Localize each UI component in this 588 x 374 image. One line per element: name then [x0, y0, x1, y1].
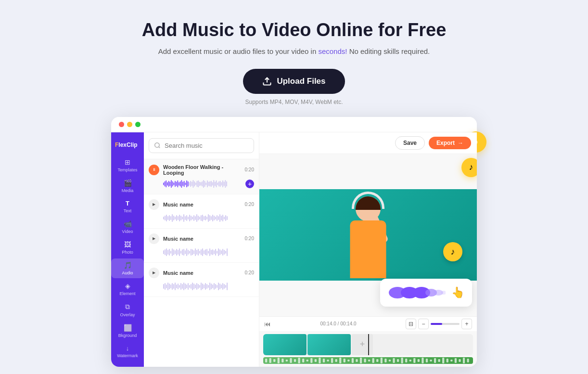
svg-rect-51	[225, 180, 226, 188]
zoom-in-button[interactable]: −	[418, 319, 429, 329]
svg-rect-12	[175, 181, 176, 186]
svg-rect-162	[191, 284, 192, 289]
search-input-wrap[interactable]	[149, 138, 254, 153]
music-item-0[interactable]: ⏸ Wooden Floor Walking - Looping 0:20	[144, 159, 259, 194]
svg-rect-23	[189, 182, 190, 185]
dot-yellow	[127, 122, 132, 127]
svg-rect-123	[199, 251, 200, 254]
sidebar-item-audio[interactable]: 🎵 Audio	[111, 258, 144, 278]
search-bar	[144, 132, 259, 159]
svg-point-1	[155, 143, 159, 147]
zoom-out-button[interactable]: ⊟	[406, 319, 416, 329]
svg-rect-77	[198, 216, 199, 220]
svg-rect-127	[205, 249, 206, 255]
svg-rect-222	[381, 358, 383, 363]
svg-rect-180	[217, 285, 217, 288]
sidebar-item-watermark[interactable]: ↓ Watermark	[111, 342, 144, 361]
svg-rect-209	[327, 360, 329, 361]
sidebar-item-label: Text	[124, 208, 132, 213]
svg-rect-230	[413, 358, 415, 363]
svg-rect-194	[265, 359, 267, 362]
svg-rect-50	[224, 181, 225, 186]
add-track-button[interactable]: +	[352, 334, 373, 355]
svg-rect-63	[178, 216, 179, 220]
svg-rect-14	[177, 180, 178, 187]
waveform-svg-2	[163, 248, 245, 257]
svg-rect-69	[186, 215, 187, 221]
svg-rect-49	[222, 180, 223, 187]
add-music-button-0[interactable]: +	[245, 180, 254, 188]
svg-rect-176	[211, 284, 212, 289]
waveform-3	[149, 281, 254, 292]
play-button-1[interactable]: ▶	[149, 199, 159, 210]
svg-rect-122	[198, 249, 199, 256]
svg-rect-167	[198, 284, 199, 289]
svg-rect-183	[221, 284, 222, 288]
svg-rect-88	[214, 216, 215, 220]
sidebar-item-element[interactable]: ◈ Element	[111, 279, 144, 299]
sidebar-item-label: Bkground	[118, 333, 137, 338]
svg-rect-40	[211, 181, 212, 186]
svg-rect-226	[397, 359, 399, 362]
svg-rect-67	[183, 214, 184, 222]
svg-rect-179	[215, 284, 216, 289]
svg-rect-42	[213, 180, 214, 188]
svg-rect-19	[184, 181, 185, 186]
svg-rect-207	[319, 358, 320, 363]
play-button-2[interactable]: ▶	[149, 233, 159, 244]
zoom-slider[interactable]	[431, 323, 460, 325]
element-icon: ◈	[125, 282, 130, 290]
svg-rect-125	[202, 248, 203, 256]
svg-rect-134	[215, 249, 216, 256]
svg-rect-215	[352, 358, 354, 363]
svg-rect-206	[315, 359, 317, 362]
search-input[interactable]	[165, 142, 249, 149]
svg-rect-52	[226, 181, 227, 186]
play-button-3[interactable]: ▶	[149, 268, 159, 278]
sidebar-item-media[interactable]: 🎬 Media	[111, 176, 144, 196]
svg-rect-232	[422, 358, 423, 363]
audio-icon: 🎵	[124, 261, 132, 269]
svg-rect-33	[202, 181, 203, 186]
sidebar-item-overlay[interactable]: ⧉ Overlay	[111, 300, 144, 320]
music-item-2[interactable]: ▶ Music name 0:20	[144, 229, 259, 263]
save-button[interactable]: Save	[395, 136, 425, 150]
back-to-start-icon[interactable]: ⏮	[264, 320, 271, 328]
svg-rect-233	[426, 359, 428, 362]
music-duration-1: 0:20	[245, 202, 254, 207]
svg-rect-151	[175, 283, 176, 290]
music-note-bubble-1: ♪	[443, 242, 462, 261]
music-item-1[interactable]: ▶ Music name 0:20	[144, 194, 259, 229]
sidebar-item-templates[interactable]: ⊞ Templates	[111, 155, 144, 175]
music-duration-0: 0:20	[245, 167, 254, 172]
svg-rect-38	[208, 181, 209, 186]
svg-rect-124	[201, 249, 202, 255]
logo-text: FlexClip	[115, 142, 138, 148]
svg-rect-159	[186, 284, 187, 288]
zoom-plus-button[interactable]: +	[461, 319, 472, 329]
svg-rect-43	[215, 181, 216, 186]
svg-rect-141	[225, 251, 226, 254]
svg-rect-150	[173, 284, 174, 289]
svg-rect-13	[176, 181, 177, 186]
svg-rect-236	[438, 359, 440, 362]
svg-rect-199	[286, 360, 288, 361]
sidebar-item-video[interactable]: 📹 Video	[111, 217, 144, 237]
waveform-card-bars	[388, 285, 446, 300]
svg-rect-240	[455, 358, 457, 363]
svg-rect-120	[195, 248, 196, 256]
sidebar-item-text[interactable]: T Text	[111, 197, 144, 216]
svg-rect-143	[163, 284, 164, 289]
sidebar-item-photo[interactable]: 🖼 Photo	[111, 238, 144, 258]
export-button[interactable]: Export →	[429, 137, 471, 149]
music-item-header-1: ▶ Music name 0:20	[149, 199, 254, 210]
sidebar-item-label: Audio	[122, 271, 133, 275]
svg-rect-101	[167, 250, 168, 255]
sidebar-item-background[interactable]: ⬜ Bkground	[111, 321, 144, 341]
svg-rect-203	[302, 359, 304, 362]
upload-button[interactable]: Upload Files	[243, 69, 345, 94]
music-duration-3: 0:20	[245, 270, 254, 275]
svg-rect-148	[170, 284, 171, 288]
pause-button-0[interactable]: ⏸	[149, 165, 159, 175]
music-item-3[interactable]: ▶ Music name 0:20	[144, 263, 259, 297]
